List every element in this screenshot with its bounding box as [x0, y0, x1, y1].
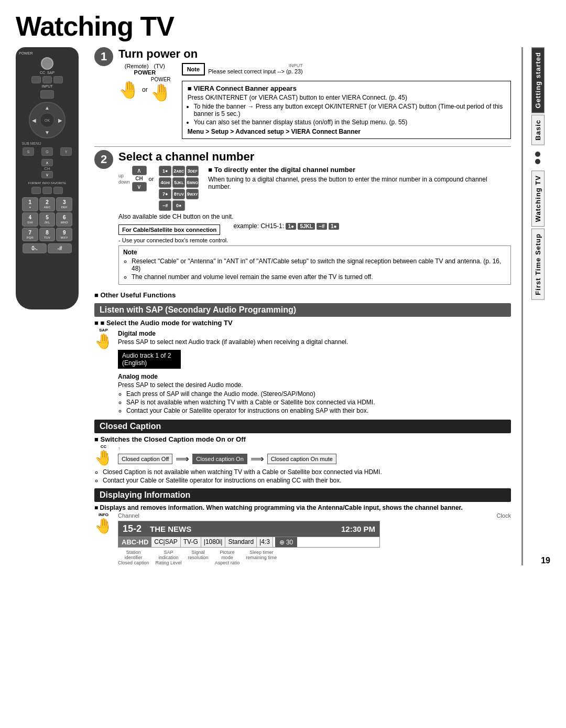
tv-label: (TV)	[154, 63, 165, 69]
down-label: down	[118, 179, 130, 185]
step2-row: 2 Select a channel number up	[94, 150, 511, 287]
page-number: 19	[541, 556, 550, 565]
cc-state-on: Closed caption On	[192, 454, 247, 464]
remote-small-btn-3[interactable]	[53, 76, 63, 83]
bullet-1	[535, 152, 540, 157]
remote-btn-9[interactable]: 9WXY	[56, 228, 72, 242]
sap-bullet2: SAP is not available when watching TV wi…	[126, 399, 511, 406]
remote-btn-hash[interactable]: -#	[48, 243, 72, 253]
example-text: example: CH15-1: 1● 5JKL −# 1●	[233, 222, 339, 230]
sap-section: Listen with SAP (Secondary Audio Program…	[94, 303, 511, 415]
d-btn-1[interactable]: 1●	[159, 166, 171, 176]
d-btn-9[interactable]: 9WXY	[186, 189, 199, 199]
cc-button-label: CC	[101, 444, 107, 449]
step1-number: 1	[94, 47, 113, 66]
remote-btn-6[interactable]: 6MNO	[56, 212, 72, 227]
banner-item-1080: |1080i|	[201, 537, 226, 547]
cc-arrow1: ⟹	[176, 453, 189, 465]
remote-ch-down[interactable]: ∨	[41, 171, 53, 178]
channel-banner: 15-2 THE NEWS 12:30 PM ABC-HD CC|SAP	[118, 521, 380, 548]
d-btn-dash[interactable]: −#	[159, 200, 171, 211]
footer-station: Station identifier Closed caption	[118, 550, 149, 565]
d-btn-7[interactable]: 7●	[159, 189, 171, 199]
info-header: Displaying Information	[94, 488, 511, 502]
cable-box-text: - Use your connected box's remote contro…	[118, 237, 228, 243]
remote-small-btn-1[interactable]	[31, 76, 41, 83]
footer-signal: Signal resolution	[188, 550, 209, 565]
tab-basic[interactable]: Basic	[531, 115, 545, 145]
note2-bullet2: The channel number and volume level rema…	[132, 273, 506, 281]
remote-sap-label: SAP	[47, 71, 55, 74]
footer-sap: SAP indication Rating Level	[156, 550, 182, 565]
step1-note: Note INPUT Please select correct input -…	[182, 63, 511, 142]
input-label-top: INPUT	[208, 63, 303, 68]
remote-btn-7[interactable]: 7PQR	[22, 228, 38, 242]
viera-box: ■ VIERA Connect Banner appears Press OK/…	[182, 81, 511, 139]
sap-subsection: ■ Select the Audio mode for watching TV	[94, 319, 511, 327]
cc-hand-icon: 🤚	[94, 449, 113, 466]
remote-info-btn[interactable]	[42, 187, 52, 194]
analog-mode-title: Analog mode	[118, 373, 511, 380]
footer-picture: Picture mode Aspect ratio	[215, 550, 240, 565]
d-btn-6[interactable]: 6MNO	[186, 177, 199, 188]
remote-btn-2[interactable]: 2ABC	[39, 197, 56, 211]
remote-ch-up[interactable]: ∧	[41, 159, 53, 166]
remote-dpad-down[interactable]: ▼	[45, 130, 50, 135]
remote-btn-4[interactable]: 4GHI	[22, 212, 38, 227]
cc-bullet1: Closed Caption is not available when wat…	[103, 468, 511, 476]
remote-g-btn[interactable]: G	[41, 147, 53, 156]
d-btn-2[interactable]: 2ABC	[172, 166, 185, 176]
remote-dpad[interactable]: ▲ ▼ ◀ ▶ OK	[29, 102, 66, 138]
remote-btn-1[interactable]: 1●	[22, 197, 38, 211]
tab-getting-started[interactable]: Getting started	[531, 47, 545, 113]
remote-btn-5[interactable]: 5JKL	[39, 212, 56, 227]
d-btn-8[interactable]: 8TUV	[172, 189, 185, 199]
remote-s-btn[interactable]: S	[23, 147, 34, 156]
step1-content: Turn power on (Remote) (TV) POWER	[118, 47, 511, 142]
tab-watching-tv[interactable]: Watching TV	[531, 170, 545, 227]
tab-first-time-setup[interactable]: First Time Setup	[531, 229, 545, 300]
remote-format-btn[interactable]	[31, 187, 41, 194]
remote-y-btn[interactable]: Y	[60, 147, 72, 156]
d-btn-0[interactable]: 0●	[172, 200, 185, 211]
channel-name: THE NEWS	[146, 521, 337, 537]
remote-btn-0[interactable]: 0-.	[23, 243, 47, 253]
remote-ok-label: OK	[45, 119, 50, 122]
d-btn-5[interactable]: 5JKL	[172, 177, 185, 188]
remote-dpad-left[interactable]: ◀	[32, 117, 36, 123]
remote-dpad-right[interactable]: ▶	[58, 117, 62, 123]
remote-input-btn[interactable]	[40, 90, 54, 99]
remote-ok-btn[interactable]: OK	[40, 113, 55, 127]
ex-btn-1: 1●	[286, 223, 296, 230]
remote-favorite-btn[interactable]	[53, 187, 63, 194]
d-btn-4[interactable]: 4GHI	[159, 177, 171, 188]
sidebar-bullets	[535, 152, 540, 164]
step1-title: Turn power on	[118, 47, 511, 61]
remote-power-btn[interactable]	[41, 57, 53, 70]
cc-section: Closed Caption ■ Switches the Closed Cap…	[94, 420, 511, 484]
up-label: up	[118, 173, 124, 178]
ch-down-btn[interactable]: ∨	[132, 182, 147, 191]
note-label: Note	[182, 63, 205, 76]
sap-header: Listen with SAP (Secondary Audio Program…	[94, 303, 511, 317]
remote-btn-8[interactable]: 8TUV	[39, 228, 56, 242]
remote-numpad: 1● 2ABC 3DEF 4GHI 5JKL 6MNO 7PQR 8TUV 9W…	[22, 197, 72, 241]
remote-btn-3[interactable]: 3DEF	[56, 197, 72, 211]
audio-track-line1: Audio track 1 of 2	[122, 352, 177, 359]
sap-button-label: SAP	[99, 328, 107, 333]
digital-title: ■ To directly enter the digital channel …	[208, 166, 511, 174]
cable-box-wrapper: For Cable/Satellite box connection - Use…	[118, 222, 228, 243]
digital-numpad: 1● 2ABC 3DEF 4GHI 5JKL 6MNO 7● 8TUV 9WXY…	[159, 166, 199, 211]
info-hand-col: INFO 🤚	[94, 512, 113, 534]
info-button-label: INFO	[99, 512, 108, 517]
info-hand-icon: 🤚	[94, 517, 113, 534]
banner-sleep: ⊕ 30	[275, 537, 297, 547]
remote-dpad-up[interactable]: ▲	[45, 105, 50, 111]
d-btn-3[interactable]: 3DEF	[186, 166, 199, 176]
cc-arrow-indicator: ↑	[118, 446, 336, 451]
info-subsection: ■ Displays and removes information. When…	[94, 504, 511, 511]
ex-btn-5: 5JKL	[298, 223, 314, 230]
remote-small-btn-2[interactable]	[42, 76, 52, 83]
channel-num: 15-2	[118, 521, 146, 537]
ch-up-btn[interactable]: ∧	[132, 166, 147, 175]
